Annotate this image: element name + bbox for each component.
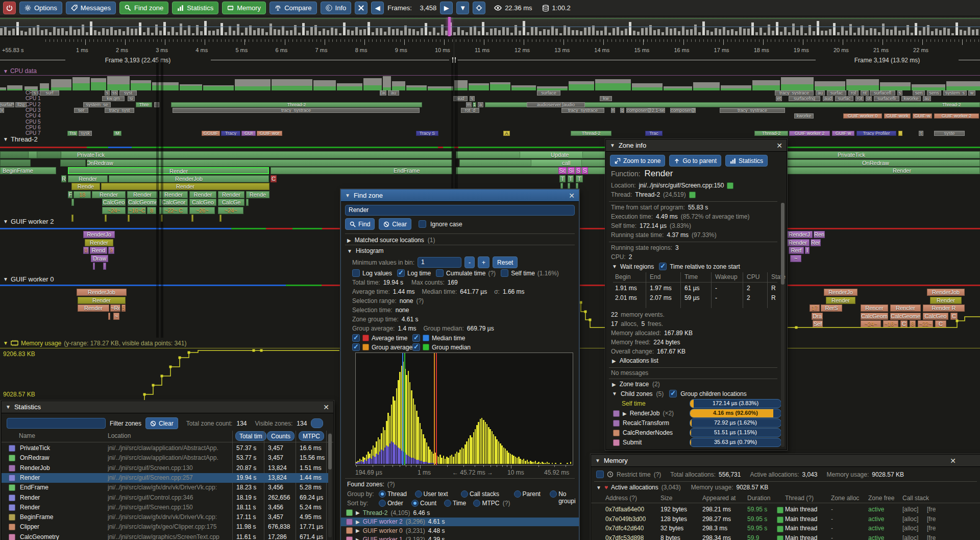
timeline-zone[interactable]: Rend: [814, 231, 825, 238]
timeline-zone[interactable]: CalcGeo: [189, 199, 216, 206]
timeline-zone[interactable]: CalcGeor: [159, 199, 188, 206]
cpu-zone[interactable]: au: [388, 90, 399, 96]
cpu-zone[interactable]: surfacefl: [870, 90, 895, 96]
timeline-zone[interactable]: 8: [147, 207, 156, 214]
timeline-zone[interactable]: S: [576, 167, 581, 174]
allocation-row[interactable]: 0x7dfc53d8988 bytes298.34 ms59.9Main thr…: [591, 534, 980, 540]
cpu-zone[interactable]: tracy_syst: [105, 108, 134, 113]
timeline-zone[interactable]: Update: [520, 151, 583, 158]
time-ruler[interactable]: 1 ms2 ms3 ms4 ms5 ms6 ms7 ms8 ms9 ms10 m…: [0, 37, 980, 57]
cpu-zone[interactable]: syste: [934, 131, 965, 136]
timeline-zone[interactable]: [105, 215, 107, 222]
ignore-case-checkbox[interactable]: [419, 220, 426, 228]
stats-row[interactable]: Renderjni/../jni/src/guif/Screen.cpp:257…: [2, 473, 331, 483]
cpu-zone[interactable]: syst: [119, 90, 137, 96]
timeline-zone[interactable]: CalcGeo: [102, 199, 126, 206]
go-to-parent-button[interactable]: Go to parent: [669, 155, 721, 167]
timeline-zone[interactable]: ~24~: [102, 207, 126, 214]
timeline-zone[interactable]: 18: [74, 191, 91, 198]
clear-button[interactable]: Clear: [379, 218, 411, 230]
stats-row[interactable]: Clipperjni/../jni/src/claw/gfx/geo/Clipp…: [2, 522, 331, 532]
timeline-zone[interactable]: EndFrame: [271, 167, 452, 174]
stats-row[interactable]: EndFramejni/../jni/src/claw/gfx/drv/vk/D…: [2, 483, 331, 492]
frame-label[interactable]: Frame 3,193 (22.45 ms): [66, 57, 209, 64]
frames-overview-graph[interactable]: [0, 17, 980, 37]
sort-by-radio-mtpc[interactable]: [473, 500, 480, 507]
cpu-zone[interactable]: Thread-2: [171, 102, 422, 107]
sort-by-radio-count[interactable]: [411, 500, 419, 507]
cpu-zone[interactable]: audioserver [audio: [527, 102, 585, 107]
cpu-zone[interactable]: Tracy Profiler: [856, 131, 896, 136]
timeline-zone[interactable]: RenderJob: [927, 289, 965, 296]
timeline-zone[interactable]: Render: [92, 191, 126, 198]
zone-trace-section[interactable]: ▶Zone trace(2): [612, 381, 660, 388]
close-icon[interactable]: ✕: [776, 142, 782, 149]
timeline-zone[interactable]: Ren: [811, 239, 821, 246]
cpu-zone[interactable]: composer@2.1-se (HW: [626, 108, 665, 113]
child-zone-row[interactable]: CalcRenderNodes51.51 µs (1.15%): [613, 428, 781, 437]
group-by-radio-user-text[interactable]: [415, 490, 422, 498]
timeline-zone[interactable]: BeginFrame: [0, 167, 56, 174]
stats-row[interactable]: RenderJobjni/../jni/src/guif/Screen.cpp:…: [2, 463, 331, 473]
filter-input[interactable]: [7, 418, 106, 429]
histogram-plot[interactable]: [355, 353, 573, 465]
close-icon[interactable]: ✕: [569, 192, 575, 199]
cpu-zone[interactable]: surfac: [827, 90, 846, 96]
cpu-zone[interactable]: rot: [855, 96, 864, 101]
cpu-zone[interactable]: au: [923, 96, 931, 101]
timeline-zone[interactable]: Sef: [813, 320, 823, 327]
zoom-to-zone-button[interactable]: Zoom to zone: [610, 155, 665, 167]
cpu-zone[interactable]: tracy_systrace: [775, 90, 814, 96]
stats-row[interactable]: BeginFramejni/../jni/src/claw/gfx/drv/vk…: [2, 512, 331, 522]
cpu-zone[interactable]: surf: [40, 90, 59, 96]
cpu-zone[interactable]: tracy_systrace: [173, 108, 420, 113]
cpu-zone[interactable]: surfacefli: [874, 96, 899, 101]
timeline-zone[interactable]: [128, 215, 130, 222]
cpu-zone[interactable]: system_s: [943, 90, 967, 96]
found-zone-group[interactable]: ▶Thread-2(4,105)6.46 s: [341, 508, 579, 517]
legend-checkbox[interactable]: [352, 343, 360, 351]
cpu-zone[interactable]: ot: [866, 96, 872, 101]
timeline-zone[interactable]: ~26~: [189, 207, 215, 214]
find-zone-button[interactable]: Find zone: [119, 2, 168, 14]
timeline-zone[interactable]: T: [568, 175, 574, 182]
cpu-zone[interactable]: GUIF-w: [913, 113, 932, 119]
timeline-zone[interactable]: CalcGeome: [128, 199, 157, 206]
cpu-zone[interactable]: GUI: [241, 131, 256, 136]
timeline-zone[interactable]: C: [950, 313, 958, 320]
memory-column-header[interactable]: Size: [660, 495, 672, 502]
timeline-zone[interactable]: Render: [218, 191, 244, 198]
timeline-zone[interactable]: [246, 199, 249, 206]
allocation-row[interactable]: 0x7dfc42d64032 bytes298.3 ms59.95 sMain …: [591, 524, 980, 533]
min-bin-plus-button[interactable]: +: [478, 256, 489, 268]
cpu-zone[interactable]: n: [611, 108, 615, 113]
relative-time-checkbox[interactable]: [659, 263, 667, 270]
prev-frame-button[interactable]: ◀: [371, 2, 384, 14]
cpu-zone[interactable]: GUIF worker 2: [934, 113, 979, 119]
legend-checkbox[interactable]: [412, 343, 420, 351]
timeline-zone[interactable]: T: [576, 175, 583, 182]
timeline-zone[interactable]: S: [582, 167, 588, 174]
zone-info-titlebar[interactable]: ▼ Zone info ✕: [606, 139, 787, 152]
cpu-zone[interactable]: ser: [74, 108, 88, 113]
group-by-radio-no-groupi[interactable]: [550, 490, 557, 498]
timeline-zone[interactable]: [71, 199, 74, 206]
timeline-zone[interactable]: ~: [790, 255, 801, 262]
cpu-zone[interactable]: Thread-2: [571, 131, 611, 136]
cumulate-time-checkbox[interactable]: [436, 269, 444, 277]
timeline-zone[interactable]: [219, 215, 222, 222]
timeline-zone[interactable]: [0, 159, 31, 167]
cpu-zone[interactable]: surface: [537, 90, 560, 96]
cpu-zone[interactable]: Thre: [136, 102, 152, 107]
stats-column-header[interactable]: Counts: [267, 431, 295, 441]
legend-checkbox[interactable]: [412, 334, 420, 342]
timeline-zone[interactable]: PrivateTick: [0, 151, 452, 158]
timeline-zone[interactable]: [71, 215, 74, 222]
child-zone-row[interactable]: Submit35.63 µs (0.79%): [613, 438, 781, 447]
cpu-zone[interactable]: au: [816, 90, 825, 96]
cpu-zone[interactable]: Tra: [67, 131, 78, 136]
info-button[interactable]: Info: [321, 2, 352, 14]
timeline-zone[interactable]: ~16~: [883, 320, 898, 327]
matched-source-locations[interactable]: ▶Matched source locations(1): [347, 237, 435, 244]
cpu-zone[interactable]: M: [113, 131, 121, 136]
